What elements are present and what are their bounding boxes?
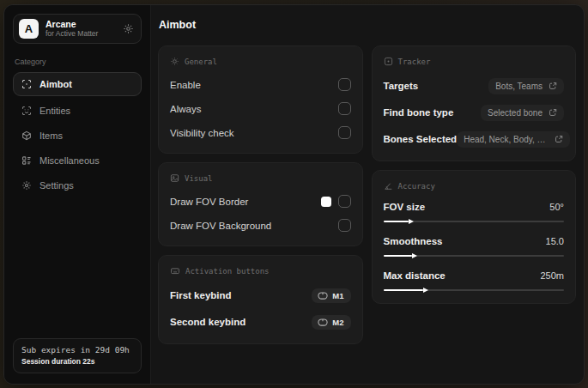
app-subtitle: for Active Matter [45,29,98,38]
crosshair-icon [21,79,32,89]
setting-row-always: Always [170,99,351,118]
brand-card: A Arcane for Active Matter [13,14,142,44]
tracker-row-targets: Targets Bots, Teams [384,75,565,97]
setting-row-fov-border: Draw FOV Border [170,191,351,211]
fov-size-slider[interactable] [384,220,565,222]
app-window: A Arcane for Active Matter Category Aimb… [3,4,585,385]
gear-icon [21,180,32,191]
visual-icon [170,173,179,183]
general-card: General Enable Always Visibility check [158,45,363,154]
sidebar-item-miscellaneous[interactable]: Miscellaneous [13,149,142,172]
slider-fov-size: FOV size 50° [384,199,565,222]
slider-smoothness: Smoothness 15.0 [384,233,565,257]
find-bone-type-select[interactable]: Selected bone [481,105,564,121]
category-label: Category [15,58,140,66]
tracker-icon [384,57,393,66]
slider-thumb[interactable] [423,288,428,293]
sidebar-item-label: Entities [39,106,70,116]
smoothness-slider[interactable] [384,254,565,257]
card-title: Accuracy [398,182,435,191]
slider-value: 50° [549,202,564,212]
layout-list-icon [21,155,32,166]
accuracy-card: Accuracy FOV size 50° Smoothness [372,170,577,304]
sub-expires-text: Sub expires in 29d 09h [21,345,133,355]
keybind-row-second: Second keybind M2 [170,311,351,333]
card-title: Activation buttons [185,267,270,276]
app-logo: A [19,19,39,39]
tracker-row-find-bone-type: Find bone type Selected bone [384,101,565,124]
logo-letter: A [25,22,33,35]
settings-gear-icon[interactable] [123,23,134,34]
setting-row-visibility-check: Visibility check [170,123,351,142]
sidebar-item-label: Items [39,130,63,141]
sidebar-item-label: Miscellaneous [39,155,100,166]
visibility-check-checkbox[interactable] [338,126,351,139]
fov-border-color-swatch[interactable] [321,197,331,207]
tracker-row-bones-selected: Bones Selected Head, Neck, Body, Pe.. [384,128,565,150]
sidebar-item-items[interactable]: Items [13,124,142,147]
tracker-card: Tracker Targets Bots, Teams Find bone ty… [372,45,577,161]
angle-icon [384,181,393,191]
fov-background-checkbox[interactable] [338,219,351,232]
sidebar-item-label: Aimbot [39,79,72,89]
setting-row-enable: Enable [170,75,351,94]
expand-select-icon [555,135,563,143]
max-distance-slider[interactable] [384,288,565,291]
mouse-icon [318,292,328,300]
keybind-row-first: First keybind M1 [170,284,351,306]
always-checkbox[interactable] [338,102,351,115]
sidebar: A Arcane for Active Matter Category Aimb… [4,5,151,384]
card-title: Visual [185,174,213,183]
setting-row-fov-background: Draw FOV Background [170,215,351,235]
second-keybind-button[interactable]: M2 [312,315,350,330]
app-name: Arcane [45,19,98,29]
page-title: Aimbot [159,19,576,31]
general-icon [170,57,179,66]
bones-selected-select[interactable]: Head, Neck, Body, Pe.. [457,131,570,148]
sidebar-item-aimbot[interactable]: Aimbot [13,72,142,96]
slider-value: 250m [540,270,564,281]
session-duration-text: Session duration 22s [21,357,133,366]
expand-select-icon [549,82,557,90]
keyboard-icon [170,266,180,276]
sidebar-item-entities[interactable]: Entities [13,99,142,122]
slider-value: 15.0 [546,236,564,246]
card-title: General [185,58,217,66]
fov-border-checkbox[interactable] [338,195,351,208]
enable-checkbox[interactable] [338,78,351,91]
sidebar-item-settings[interactable]: Settings [13,173,142,197]
main-content: Aimbot General Enable Always [151,5,584,384]
sidebar-item-label: Settings [39,180,74,191]
subscription-card: Sub expires in 29d 09h Session duration … [13,338,142,373]
activation-buttons-card: Activation buttons First keybind M1 Seco… [158,255,363,344]
cube-icon [21,130,32,141]
visual-card: Visual Draw FOV Border Draw FOV Backgrou… [158,162,363,246]
first-keybind-button[interactable]: M1 [312,288,350,303]
slider-thumb[interactable] [412,253,417,258]
targets-select[interactable]: Bots, Teams [488,78,564,94]
mouse-icon [318,318,328,326]
scan-face-icon [21,106,32,116]
slider-max-distance: Max distance 250m [384,268,565,291]
card-title: Tracker [398,58,431,66]
expand-select-icon [549,108,557,117]
slider-thumb[interactable] [409,219,414,224]
